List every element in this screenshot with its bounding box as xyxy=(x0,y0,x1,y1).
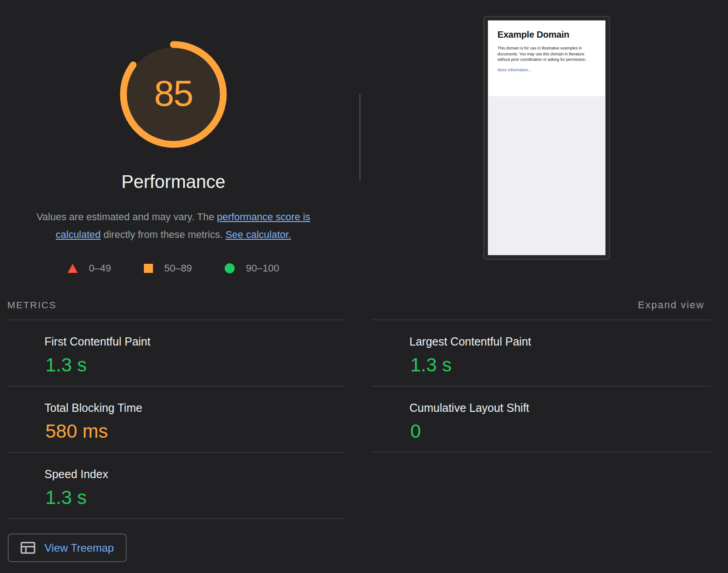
metric-label: First Contentful Paint xyxy=(44,334,150,349)
metrics-grid: First Contentful Paint 1.3 s Total Block… xyxy=(7,320,711,562)
screenshot-heading: Example Domain xyxy=(497,30,596,40)
metric-value: 1.3 s xyxy=(410,354,452,376)
see-calculator-link[interactable]: See calculator. xyxy=(226,229,291,240)
metrics-section: METRICS Expand view First Contentful Pai… xyxy=(7,291,711,562)
performance-gauge: 85 xyxy=(119,40,228,149)
legend-range-average: 50–89 xyxy=(164,262,192,274)
pass-circle-icon xyxy=(225,263,235,273)
description-text-prefix: Values are estimated and may vary. The xyxy=(37,211,217,222)
page-screenshot-thumbnail[interactable]: Example Domain This domain is for use in… xyxy=(483,16,610,260)
legend-item-average: 50–89 xyxy=(144,262,192,274)
metric-row-total-blocking-time: Total Blocking Time 580 ms xyxy=(7,386,345,452)
metric-value: 580 ms xyxy=(45,420,108,443)
legend-item-fail: 0–49 xyxy=(68,262,111,274)
performance-summary: 85 Performance Values are estimated and … xyxy=(1,0,346,274)
metrics-column-left: First Contentful Paint 1.3 s Total Block… xyxy=(7,320,345,562)
metrics-column-right: Largest Contentful Paint 1.3 s Cumulativ… xyxy=(372,320,711,562)
treemap-button-row: View Treemap xyxy=(7,519,345,562)
score-legend: 0–49 50–89 90–100 xyxy=(1,262,346,274)
average-square-icon xyxy=(144,264,153,273)
metric-value: 0 xyxy=(410,420,421,443)
screenshot-page-top: Example Domain This domain is for use in… xyxy=(488,20,605,96)
treemap-icon xyxy=(20,542,35,554)
description-text-middle: directly from these metrics. xyxy=(101,229,226,240)
screenshot-content: Example Domain This domain is for use in… xyxy=(488,20,605,255)
metric-row-cumulative-layout-shift: Cumulative Layout Shift 0 xyxy=(372,386,711,452)
metric-value: 1.3 s xyxy=(45,354,87,376)
view-treemap-label: View Treemap xyxy=(44,542,114,554)
page-title: Performance xyxy=(1,172,346,192)
fail-triangle-icon xyxy=(68,264,78,273)
metrics-header: METRICS Expand view xyxy=(7,291,711,320)
legend-item-pass: 90–100 xyxy=(225,262,279,274)
metric-label: Largest Contentful Paint xyxy=(409,334,531,349)
expand-view-button[interactable]: Expand view xyxy=(638,299,704,311)
metric-row-speed-index: Speed Index 1.3 s xyxy=(7,452,345,519)
metric-row-first-contentful-paint: First Contentful Paint 1.3 s xyxy=(7,320,345,386)
score-description: Values are estimated and may vary. The p… xyxy=(15,208,332,243)
screenshot-page-bottom xyxy=(488,96,605,255)
metric-label: Speed Index xyxy=(44,467,108,481)
metric-row-largest-contentful-paint: Largest Contentful Paint 1.3 s xyxy=(372,320,711,386)
gauge-score: 85 xyxy=(154,73,193,114)
legend-range-pass: 90–100 xyxy=(246,262,279,274)
metric-value: 1.3 s xyxy=(45,486,87,509)
legend-range-fail: 0–49 xyxy=(89,262,111,274)
gauge-svg: 85 xyxy=(119,40,228,149)
section-divider xyxy=(359,94,360,181)
average-square-icon xyxy=(20,401,21,410)
screenshot-more-info-link: More information... xyxy=(497,68,596,72)
metric-label: Total Blocking Time xyxy=(44,400,142,415)
metric-label: Cumulative Layout Shift xyxy=(409,400,529,415)
screenshot-body-text: This domain is for use in illustrative e… xyxy=(497,45,596,63)
metrics-section-title: METRICS xyxy=(7,300,57,311)
view-treemap-button[interactable]: View Treemap xyxy=(8,533,127,562)
